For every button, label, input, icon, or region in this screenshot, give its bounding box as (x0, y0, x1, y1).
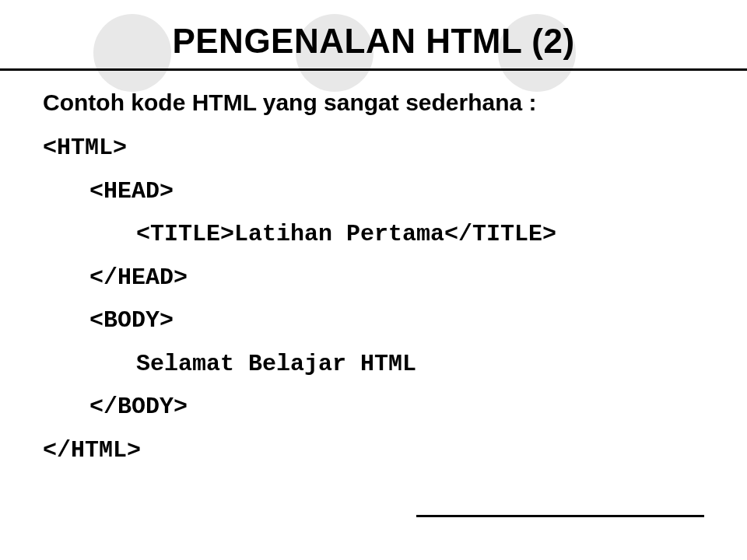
code-line: <HTML> (43, 127, 704, 170)
title-underline (0, 68, 747, 71)
code-line: <HEAD> (43, 170, 704, 214)
footer-line (416, 515, 704, 517)
code-line: </BODY> (43, 386, 704, 429)
intro-text: Contoh kode HTML yang sangat sederhana : (43, 89, 704, 116)
code-line: Selamat Belajar HTML (43, 343, 704, 387)
code-block: <HTML> <HEAD> <TITLE>Latihan Pertama</TI… (43, 127, 704, 472)
code-line: </HEAD> (43, 257, 704, 300)
slide-title: PENGENALAN HTML (2) (0, 22, 747, 61)
slide-container: PENGENALAN HTML (2) Contoh kode HTML yan… (0, 0, 747, 560)
slide-content: Contoh kode HTML yang sangat sederhana :… (43, 89, 704, 472)
code-line: </HTML> (43, 429, 704, 473)
code-line: <BODY> (43, 299, 704, 343)
code-line: <TITLE>Latihan Pertama</TITLE> (43, 213, 704, 257)
